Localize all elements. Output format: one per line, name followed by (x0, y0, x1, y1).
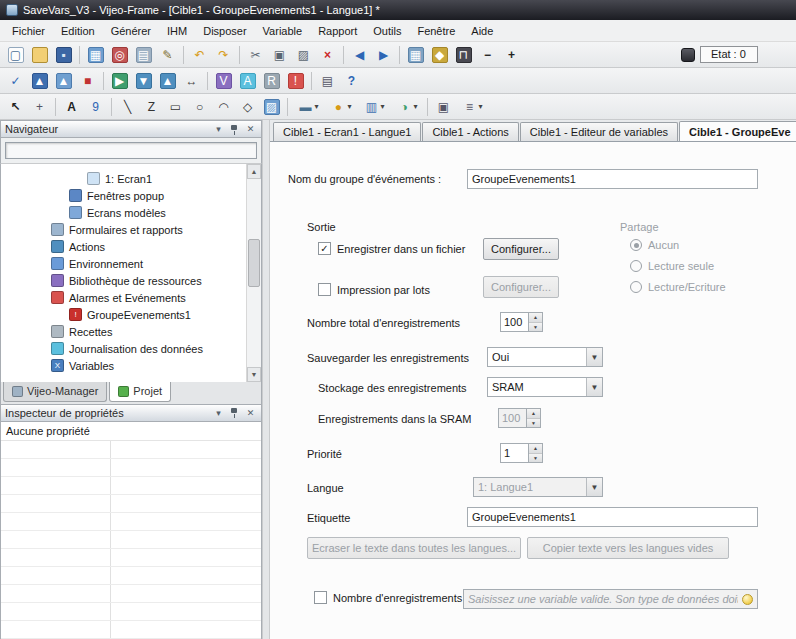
tree-item-groupeevenements1[interactable]: !GroupeEvenements1 (1, 306, 246, 323)
close-icon[interactable]: ✕ (244, 406, 257, 419)
menu-disposer[interactable]: Disposer (195, 22, 254, 40)
download-target-icon[interactable]: ▼ (132, 70, 155, 92)
configure-file-button[interactable]: Configurer... (483, 238, 559, 260)
doc-tab-cible1-actions[interactable]: Cible1 - Actions (422, 122, 518, 141)
polygon-tool-icon[interactable]: ◇ (236, 96, 259, 118)
tree-item-fenetres-popup[interactable]: Fenêtres popup (1, 187, 246, 204)
print-icon[interactable]: ▤ (316, 70, 339, 92)
numeric-display-icon[interactable]: 9 (84, 96, 107, 118)
tree-item-alarmes-et-evenements[interactable]: Alarmes et Evénements (1, 289, 246, 306)
simulation-icon[interactable]: ▶ (108, 70, 131, 92)
total-records-spinner[interactable]: 100 ▲▼ (500, 312, 543, 332)
lamp-tool-icon[interactable]: ●▾ (325, 96, 357, 118)
pin-icon[interactable] (228, 123, 241, 136)
tab-vijeo-manager[interactable]: Vijeo-Manager (3, 382, 107, 402)
share-none-radio[interactable]: Aucun (630, 239, 679, 251)
multilanguage-icon[interactable]: A (236, 70, 259, 92)
record-count-checkbox[interactable]: Nombre d'enregistrements (314, 591, 462, 604)
priority-value[interactable]: 1 (500, 443, 529, 463)
paste-icon[interactable]: ▨ (292, 44, 315, 66)
batch-print-checkbox[interactable]: Impression par lots (318, 283, 430, 296)
doc-tab-cible1-groupeeve[interactable]: Cible1 - GroupeEve (679, 121, 796, 142)
dropdown-arrow-icon[interactable]: ▼ (586, 348, 602, 366)
layers-icon[interactable]: ≡▾ (456, 96, 488, 118)
variables-editor-icon[interactable]: V (212, 70, 235, 92)
spin-down-icon[interactable]: ▼ (529, 454, 542, 463)
menu-variable[interactable]: Variable (255, 22, 311, 40)
menu-generer[interactable]: Générer (103, 22, 159, 40)
new-icon[interactable]: ▢ (4, 44, 27, 66)
scrollbar-track[interactable] (247, 179, 261, 367)
connection-icon[interactable]: ↔ (180, 70, 203, 92)
upload-target-icon[interactable]: ▲ (156, 70, 179, 92)
save-to-file-checkbox[interactable]: ✓ Enregistrer dans un fichier (318, 242, 465, 255)
storage-dropdown[interactable]: SRAM ▼ (487, 377, 603, 397)
back-icon[interactable]: ◀ (348, 44, 371, 66)
dropdown-arrow-icon[interactable]: ▼ (586, 378, 602, 396)
validate-icon[interactable]: ✓ (4, 70, 27, 92)
doc-tab-cible1-ecran1-langue1[interactable]: Cible1 - Ecran1 - Langue1 (273, 122, 421, 141)
polyline-tool-icon[interactable]: Z (140, 96, 163, 118)
share-readonly-radio[interactable]: Lecture seule (630, 260, 714, 272)
group-tool-icon[interactable]: ▣ (432, 96, 455, 118)
spin-up-icon[interactable]: ▲ (529, 313, 542, 323)
rebuild-icon[interactable]: ▲ (52, 70, 75, 92)
menu-edition[interactable]: Edition (53, 22, 103, 40)
pin-icon[interactable] (228, 406, 241, 419)
tree-item-ecrans-modeles[interactable]: Ecrans modèles (1, 204, 246, 221)
copy-icon[interactable]: ▣ (268, 44, 291, 66)
edit-icon[interactable]: ✎ (156, 44, 179, 66)
scroll-down-icon[interactable]: ▼ (247, 367, 261, 382)
tree-item-journalisation-des-donnees[interactable]: Journalisation des données (1, 340, 246, 357)
menu-rapport[interactable]: Rapport (310, 22, 365, 40)
save-icon[interactable]: ▪ (52, 44, 75, 66)
menu-ihm[interactable]: IHM (159, 22, 195, 40)
tree-item-recettes[interactable]: Recettes (1, 323, 246, 340)
priority-spinner[interactable]: 1 ▲▼ (500, 443, 543, 463)
tab-projet[interactable]: Projet (109, 382, 171, 402)
recipe-editor-icon[interactable]: R (260, 70, 283, 92)
stop-build-icon[interactable]: ■ (76, 70, 99, 92)
tree-item-1-ecran1[interactable]: 1: Ecran1 (1, 170, 246, 187)
tree-item-formulaires-et-rapports[interactable]: Formulaires et rapports (1, 221, 246, 238)
share-readwrite-radio[interactable]: Lecture/Ecriture (630, 281, 726, 293)
report-icon[interactable]: ▤ (132, 44, 155, 66)
switch-tool-icon[interactable]: ▥▾ (358, 96, 390, 118)
tree-scrollbar[interactable]: ▲ ▼ (246, 164, 261, 382)
titlebar[interactable]: SaveVars_V3 - Vijeo-Frame - [Cible1 - Gr… (0, 0, 796, 20)
spin-down-icon[interactable]: ▼ (529, 323, 542, 332)
target-icon[interactable]: ◎ (108, 44, 131, 66)
lightbulb-icon[interactable] (742, 594, 753, 605)
zoom-out-icon[interactable]: − (476, 44, 499, 66)
ellipse-tool-icon[interactable]: ○ (188, 96, 211, 118)
anchor-toggle-icon[interactable]: ◆ (428, 44, 451, 66)
forward-icon[interactable]: ▶ (372, 44, 395, 66)
chevron-down-icon[interactable]: ▾ (212, 123, 225, 136)
build-icon[interactable]: ▲ (28, 70, 51, 92)
undo-icon[interactable]: ↶ (188, 44, 211, 66)
scrollbar-thumb[interactable] (248, 239, 260, 287)
menu-outils[interactable]: Outils (365, 22, 409, 40)
image-tool-icon[interactable]: ▨ (260, 96, 283, 118)
rectangle-tool-icon[interactable]: ▭ (164, 96, 187, 118)
alarm-editor-icon[interactable]: ! (284, 70, 307, 92)
delete-icon[interactable]: × (316, 44, 339, 66)
arc-tool-icon[interactable]: ◠ (212, 96, 235, 118)
save-records-dropdown[interactable]: Oui ▼ (487, 347, 603, 367)
chevron-down-icon[interactable]: ▾ (212, 406, 225, 419)
zoom-in-icon[interactable]: + (500, 44, 523, 66)
tree-item-actions[interactable]: Actions (1, 238, 246, 255)
grid-toggle-icon[interactable]: ▦ (404, 44, 427, 66)
cut-icon[interactable]: ✂ (244, 44, 267, 66)
menu-fenetre[interactable]: Fenêtre (409, 22, 463, 40)
scroll-up-icon[interactable]: ▲ (247, 164, 261, 179)
lock-icon[interactable]: ⊓ (452, 44, 475, 66)
button-tool-icon[interactable]: ▬▾ (292, 96, 324, 118)
text-tool-icon[interactable]: A (60, 96, 83, 118)
screens-icon[interactable]: ▦ (84, 44, 107, 66)
open-icon[interactable] (28, 44, 51, 66)
close-icon[interactable]: ✕ (244, 123, 257, 136)
panel-splitter[interactable] (262, 120, 270, 639)
spin-up-icon[interactable]: ▲ (529, 444, 542, 454)
menu-aide[interactable]: Aide (463, 22, 501, 40)
